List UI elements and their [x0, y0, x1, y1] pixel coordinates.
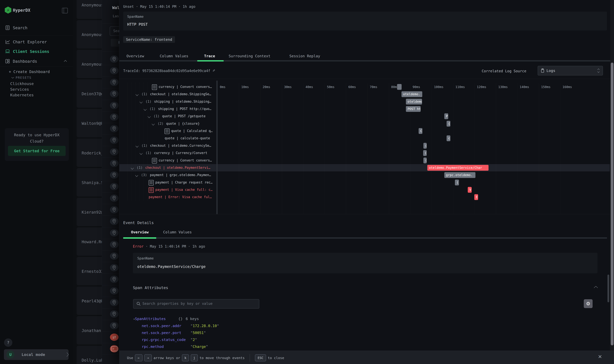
trace-span-row[interactable]: payment | Visa cache full: c… — [119, 186, 216, 194]
close-drawer-icon[interactable]: ✕ — [598, 354, 602, 360]
session-event-row[interactable] — [102, 204, 119, 216]
trace-span-row[interactable]: (3)payment | grpc.oteldemo.Paymen… — [119, 171, 216, 179]
session-event-row[interactable] — [102, 216, 119, 227]
trace-span-row[interactable]: currency | Convert convers… — [119, 83, 216, 91]
session-event-row[interactable] — [102, 239, 119, 250]
waterfall-bar[interactable]: ( — [455, 180, 459, 185]
attribute-row[interactable]: net.sock.peer.port 50051 — [142, 331, 181, 335]
chevron-down-icon[interactable] — [147, 115, 151, 119]
tab-session-replay[interactable]: Session Replay — [289, 54, 320, 58]
attribute-key[interactable]: rpc.grpc.status_code — [142, 338, 186, 342]
attribute-key[interactable]: rpc.method — [142, 344, 164, 349]
waterfall-bar[interactable]: { — [447, 121, 450, 127]
session-event-row[interactable]: ⇄ — [102, 332, 119, 343]
session-event-row[interactable] — [102, 65, 119, 77]
attribute-key[interactable]: net.sock.peer.addr — [142, 324, 181, 328]
preset-item-clickhouse[interactable]: Clickhouse — [10, 81, 34, 86]
tab-overview[interactable]: Overview — [127, 54, 144, 58]
trace-span-row[interactable]: (1)quote | POST /getquote — [119, 113, 216, 120]
session-event-row[interactable] — [102, 100, 119, 111]
inner-scrollbar-thumb[interactable] — [607, 274, 609, 302]
attributes-search-input[interactable]: Search properties by key or value — [133, 299, 259, 309]
trace-span-row[interactable]: (1)checkout | oteldemo.PaymentServi… — [119, 164, 216, 171]
attribute-row[interactable]: rpc.method Charge — [142, 344, 164, 349]
chevron-down-icon[interactable] — [131, 167, 134, 171]
session-event-row[interactable]: >_ — [102, 343, 119, 355]
collapse-sidebar-icon[interactable] — [62, 8, 68, 13]
session-event-row[interactable] — [102, 53, 119, 65]
waterfall-bar[interactable]: POST ht — [406, 106, 421, 112]
attribute-value[interactable]: 172.28.0.10 — [190, 324, 219, 328]
j-key[interactable]: j — [191, 354, 198, 361]
help-button[interactable]: ? — [4, 338, 12, 347]
waterfall-bar[interactable]: ( — [423, 143, 427, 149]
preset-item-services[interactable]: Services — [10, 87, 29, 91]
chevron-down-icon[interactable] — [139, 101, 143, 104]
session-event-row[interactable] — [102, 227, 119, 239]
get-started-button[interactable]: Get Started for Free — [8, 146, 66, 156]
session-event-row[interactable] — [102, 77, 119, 88]
tab-trace[interactable]: Trace — [204, 54, 215, 58]
session-event-row[interactable] — [102, 169, 119, 181]
collapse-section-icon[interactable] — [594, 286, 598, 288]
trace-span-row[interactable]: (1)checkout | oteldemo.CurrencySe… — [119, 142, 216, 149]
sidebar-item-search[interactable]: Search — [5, 24, 69, 32]
scrollbar-thumb[interactable] — [611, 63, 614, 345]
session-event-row[interactable] — [102, 285, 119, 297]
edit-trace-id-icon[interactable]: ✎ — [213, 68, 215, 73]
tab-surrounding-context[interactable]: Surrounding Context — [229, 54, 271, 58]
session-event-row[interactable] — [102, 146, 119, 158]
esc-key[interactable]: ESC — [255, 354, 266, 361]
attribute-row[interactable]: net.sock.peer.addr 172.28.0.10 — [142, 324, 181, 328]
attribute-key[interactable]: net.sock.peer.port — [142, 331, 181, 335]
trace-span-row[interactable]: (2)quote | {closure} — [119, 120, 216, 127]
event-tab-column-values[interactable]: Column Values — [163, 230, 192, 234]
waterfall-bar[interactable]: oteldemo — [406, 99, 422, 104]
trace-span-row[interactable]: currency | Convert convers… — [119, 157, 216, 164]
k-key[interactable]: k — [182, 354, 189, 361]
sidebar-item-dashboards[interactable]: Dashboards — [5, 57, 69, 65]
attributes-root-row[interactable]: ▾SpanAttributes {} 6 keys — [133, 317, 199, 321]
sidebar-item-chart-explorer[interactable]: Chart Explorer — [5, 38, 69, 46]
session-event-row[interactable] — [102, 297, 119, 309]
chevron-down-icon[interactable] — [135, 93, 139, 97]
event-tab-overview[interactable]: Overview — [131, 230, 149, 234]
session-event-row[interactable] — [102, 88, 119, 100]
session-event-row[interactable] — [102, 262, 119, 274]
chevron-down-icon[interactable] — [139, 152, 143, 156]
trace-span-row[interactable]: payment | Error: Visa cache ful… — [119, 194, 216, 201]
session-event-row[interactable] — [102, 250, 119, 262]
session-event-row[interactable] — [102, 320, 119, 332]
arrow-left-key[interactable]: ← — [135, 354, 143, 361]
chevron-down-icon[interactable] — [135, 174, 139, 178]
session-event-row[interactable] — [102, 308, 119, 320]
presets-group-label[interactable]: PRESETS — [11, 76, 31, 79]
preset-item-kubernetes[interactable]: Kubernetes — [10, 93, 34, 97]
sidebar-item-client-sessions[interactable]: Client Sessions — [5, 48, 69, 56]
drawer-scrollbar[interactable] — [610, 0, 614, 364]
attribute-row[interactable]: rpc.grpc.status_code 2 — [142, 338, 186, 342]
trace-span-row[interactable]: (1)shipping | oteldemo.Shipping… — [119, 98, 216, 105]
session-event-row[interactable] — [102, 273, 119, 285]
session-event-row[interactable] — [102, 158, 119, 169]
attribute-value[interactable]: 2 — [190, 338, 197, 342]
session-filter-button[interactable]: H — [111, 39, 119, 47]
session-event-row[interactable] — [102, 193, 119, 204]
arrow-right-key[interactable]: → — [144, 354, 152, 361]
waterfall-bar[interactable]: P — [444, 113, 448, 119]
chevron-down-icon[interactable] — [135, 145, 139, 149]
attributes-settings-button[interactable]: ⚙ — [584, 299, 593, 308]
trace-span-row[interactable]: (1)shipping | POST http://quo… — [119, 105, 216, 113]
trace-span-row[interactable]: quote | Calculated q… — [119, 127, 216, 135]
tab-column-values[interactable]: Column Values — [160, 54, 188, 58]
session-event-row[interactable] — [102, 123, 119, 135]
session-event-row[interactable] — [102, 181, 119, 193]
waterfall-bar[interactable]: V — [468, 187, 472, 193]
attribute-value[interactable]: Charge — [190, 344, 208, 349]
waterfall-bar[interactable]: C — [418, 128, 422, 134]
waterfall-bar[interactable] — [397, 84, 402, 90]
trace-span-row[interactable]: (1)checkout | oteldemo.ShippingSe… — [119, 91, 216, 98]
trace-span-row[interactable]: payment | Charge request rec… — [119, 179, 216, 186]
attribute-value[interactable]: 50051 — [190, 331, 206, 335]
waterfall-bar[interactable]: grpc.oteldemo. — [444, 172, 475, 178]
